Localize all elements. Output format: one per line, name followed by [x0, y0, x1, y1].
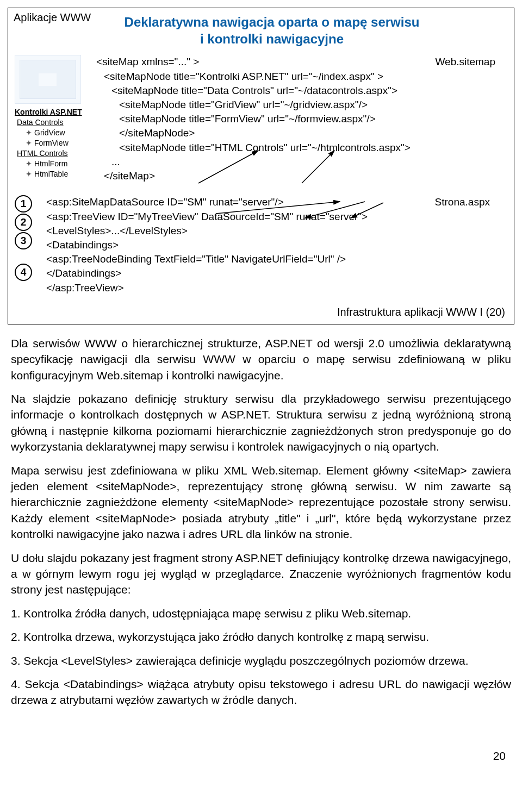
code-line: <siteMapNode title="FormView" url="~/for…: [96, 112, 506, 126]
tree-item-label: FormView: [34, 139, 69, 147]
note-paragraph: U dołu slajdu pokazany jest fragment str…: [11, 550, 511, 598]
thumbnail-image: [15, 55, 81, 104]
tree-item-label: GridView: [34, 128, 65, 137]
slide-title: Deklaratywna nawigacja oparta o mapę ser…: [95, 14, 449, 47]
code-line: </siteMapNode>: [96, 126, 506, 140]
circle-2: 2: [15, 214, 32, 231]
tree: Kontrolki ASP.NET Data Controls ✦GridVie…: [15, 107, 96, 179]
code-line: <siteMapNode title="Kontrolki ASP.NET" u…: [96, 70, 506, 84]
tree-item[interactable]: ✦GridView: [26, 128, 96, 138]
note-paragraph: 4. Sekcja <Databindings> wiążąca atrybut…: [11, 676, 511, 708]
code-line: </siteMap>: [96, 169, 506, 183]
tree-root-link[interactable]: Kontrolki ASP.NET: [15, 108, 82, 116]
circle-4: 4: [15, 264, 32, 281]
tree-item-label: HtmlForm: [34, 159, 67, 168]
code-line: ...: [96, 155, 506, 169]
code-line: <LevelStyles>...</LevelStyles>: [46, 224, 506, 238]
file-label-strona: Strona.aspx: [435, 195, 490, 209]
tree-item[interactable]: ✦HtmlTable: [26, 169, 96, 179]
code-line: </Databindings>: [46, 266, 506, 280]
number-circles: 1 2 3 4: [15, 195, 46, 295]
note-paragraph: 2. Kontrolka drzewa, wykorzystująca jako…: [11, 629, 511, 645]
code-line: <siteMapNode title="Data Controls" url="…: [96, 84, 506, 98]
tree-item[interactable]: ✦FormView: [26, 138, 96, 148]
note-paragraph: Dla serwisów WWW o hierarchicznej strukt…: [11, 335, 511, 383]
code-line: <asp:TreeNodeBinding TextField="Title" N…: [46, 252, 506, 266]
page-number: 20: [0, 727, 522, 774]
bullet-icon: ✦: [26, 169, 32, 179]
code-line: <siteMapNode title="HTML Controls" url="…: [96, 141, 506, 155]
slide-title-text: Deklaratywna nawigacja oparta o mapę ser…: [125, 15, 420, 46]
tree-item[interactable]: ✦HtmlForm: [26, 159, 96, 169]
code-line: <asp:TreeView ID="MyTreeView" DataSource…: [46, 210, 506, 224]
header-label: Aplikacje WWW: [14, 10, 91, 25]
slide-footer: Infrastruktura aplikacji WWW I (20): [8, 295, 514, 321]
bottom-code-area: 1 2 3 4 Strona.aspx <asp:SiteMapDataSour…: [8, 183, 514, 295]
note-paragraph: 3. Sekcja <LevelStyles> zawierająca defi…: [11, 653, 511, 669]
note-paragraph: Mapa serwisu jest zdefiniowana w pliku X…: [11, 463, 511, 542]
file-label-websitemap: Web.sitemap: [435, 55, 495, 69]
note-paragraph: 1. Kontrolka źródła danych, udostępniają…: [11, 605, 511, 621]
bullet-icon: ✦: [26, 128, 32, 138]
code-line: <siteMapNode title="GridView" url="~/gri…: [96, 98, 506, 112]
slide-container: Aplikacje WWW Deklaratywna nawigacja opa…: [8, 8, 514, 324]
circle-1: 1: [15, 195, 32, 213]
nav-tree-preview: Kontrolki ASP.NET Data Controls ✦GridVie…: [15, 55, 96, 179]
bullet-icon: ✦: [26, 138, 32, 148]
bullet-icon: ✦: [26, 159, 32, 169]
note-paragraph: Na slajdzie pokazano definicję struktury…: [11, 391, 511, 455]
code-line: <Databindings>: [46, 238, 506, 252]
tree-item-label: HtmlTable: [34, 170, 68, 178]
tree-group[interactable]: Data Controls: [17, 117, 96, 128]
slide-body: Kontrolki ASP.NET Data Controls ✦GridVie…: [8, 55, 514, 183]
speaker-notes: Dla serwisów WWW o hierarchicznej strukt…: [0, 335, 522, 727]
tree-root: Kontrolki ASP.NET: [15, 107, 96, 117]
sitemap-code: Web.sitemap <siteMap xmlns="..." > <site…: [96, 55, 506, 183]
circle-3: 3: [15, 232, 32, 249]
code-line: </asp:TreeView>: [46, 281, 506, 295]
tree-group[interactable]: HTML Controls: [17, 148, 96, 159]
aspx-code: Strona.aspx <asp:SiteMapDataSource ID="S…: [46, 195, 506, 295]
